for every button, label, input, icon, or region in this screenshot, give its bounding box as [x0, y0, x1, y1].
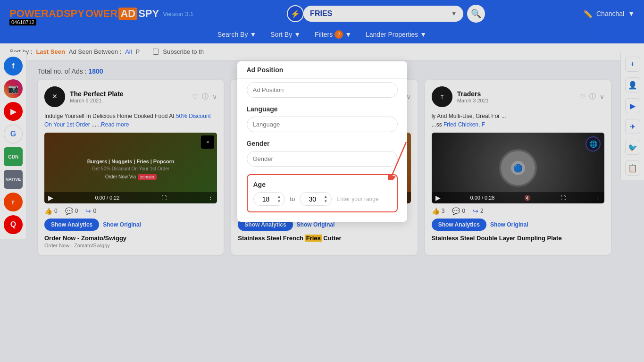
- filter-language-input[interactable]: [247, 117, 398, 132]
- filter-age-from-group: ▲ ▼: [253, 192, 285, 206]
- filter-age-to-spinners: ▲ ▼: [324, 194, 327, 203]
- filter-age-range-hint: Enter your range: [336, 196, 378, 202]
- red-arrow-indicator: [373, 137, 411, 180]
- filters-dropdown-panel: Ad Position Language Gender Age ▲ ▼ to: [237, 61, 407, 222]
- filter-language-label: Language: [247, 105, 398, 113]
- filter-age-section: Age ▲ ▼ to ▲ ▼ Enter your range: [247, 174, 398, 212]
- filter-age-label: Age: [253, 181, 391, 188]
- filter-age-to-group: ▲ ▼: [300, 192, 332, 206]
- filter-age-inputs: ▲ ▼ to ▲ ▼ Enter your range: [253, 192, 391, 206]
- svg-line-7: [392, 142, 406, 175]
- filter-age-from-down[interactable]: ▼: [277, 199, 281, 204]
- filter-ad-position-input[interactable]: [247, 82, 398, 98]
- filter-age-from-spinners: ▲ ▼: [277, 194, 281, 203]
- filter-age-from-input[interactable]: [258, 195, 275, 203]
- filter-age-to-down[interactable]: ▼: [324, 199, 327, 204]
- filters-dropdown-title: Ad Position: [237, 61, 407, 79]
- filter-language-section: Language: [247, 105, 398, 132]
- filter-age-to-text: to: [290, 195, 295, 202]
- filter-age-from-up[interactable]: ▲: [277, 194, 281, 199]
- filter-age-to-up[interactable]: ▲: [324, 194, 327, 199]
- filter-age-to-input[interactable]: [304, 195, 321, 203]
